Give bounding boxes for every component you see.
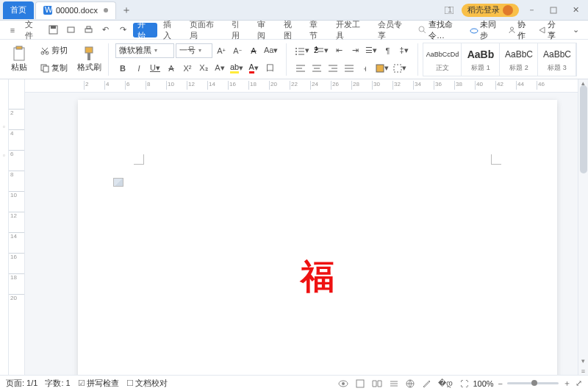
ruler-tick: 46 bbox=[537, 81, 545, 90]
paste-button[interactable]: 粘贴 bbox=[7, 43, 32, 76]
menu-tab-7[interactable]: 开发工具 bbox=[331, 23, 372, 37]
show-marks-button[interactable]: ¶ bbox=[380, 43, 395, 59]
print-icon[interactable] bbox=[80, 23, 96, 37]
shading-button[interactable]: ▾ bbox=[374, 60, 390, 76]
zoom-in-button[interactable]: ＋ bbox=[563, 378, 571, 389]
menu-tab-1[interactable]: 插入 bbox=[159, 23, 184, 37]
document-page[interactable]: 福 bbox=[78, 100, 557, 375]
file-menu[interactable]: 文件 bbox=[22, 23, 44, 37]
bullets-button[interactable]: ▾ bbox=[293, 43, 311, 59]
style-cell-0[interactable]: AaBbCcDd正文 bbox=[423, 43, 462, 76]
align-justify-button[interactable] bbox=[342, 60, 356, 76]
cut-button[interactable]: 剪切 bbox=[39, 43, 69, 59]
borders-button[interactable]: ▾ bbox=[392, 60, 408, 76]
font-name-combo[interactable]: 微软雅黑▾ bbox=[115, 43, 174, 58]
format-painter-button[interactable]: 格式刷 bbox=[76, 43, 101, 76]
view-draft-icon[interactable] bbox=[422, 379, 431, 388]
maximize-button[interactable] bbox=[544, 3, 563, 18]
eye-mode-icon[interactable] bbox=[338, 379, 348, 388]
zoom-knob[interactable] bbox=[531, 380, 537, 386]
login-button[interactable]: 稻壳登录 bbox=[462, 4, 519, 17]
coop-button[interactable]: 协作 bbox=[508, 19, 533, 41]
spellcheck-toggle[interactable]: ☑ 拼写检查 bbox=[78, 378, 119, 389]
text-effects-button[interactable]: A▾ bbox=[212, 60, 227, 76]
margin-mark-icon bbox=[134, 154, 144, 165]
zoom-fit-icon[interactable]: ⛶ bbox=[460, 379, 468, 388]
horizontal-ruler[interactable]: 2468101214161820222426283032343638404244… bbox=[25, 79, 578, 93]
minimize-button[interactable]: － bbox=[522, 3, 541, 18]
zoom-value[interactable]: 100% bbox=[473, 379, 493, 388]
tab-home[interactable]: 首页 bbox=[3, 1, 34, 19]
document-text[interactable]: 福 bbox=[301, 254, 334, 300]
superscript-button[interactable]: X² bbox=[180, 60, 195, 76]
zoom-slider[interactable] bbox=[507, 382, 559, 384]
menu-tab-6[interactable]: 章节 bbox=[305, 23, 330, 37]
focus-mode-icon[interactable]: �დ bbox=[438, 379, 453, 388]
align-left-button[interactable] bbox=[293, 60, 308, 76]
fullscreen-icon[interactable]: ⤢ bbox=[576, 379, 582, 388]
view-outline-icon[interactable] bbox=[390, 379, 398, 388]
view-page-icon[interactable] bbox=[356, 379, 365, 388]
proof-toggle[interactable]: ☐ 文档校对 bbox=[126, 378, 168, 389]
menu-tab-8[interactable]: 会员专享 bbox=[373, 23, 414, 37]
more-menu-icon[interactable]: ⌄ bbox=[567, 23, 584, 37]
highlight-button[interactable]: ab▾ bbox=[229, 60, 245, 76]
increase-indent-button[interactable]: ⇥ bbox=[348, 43, 362, 59]
sync-status[interactable]: 未同步 bbox=[470, 19, 503, 41]
new-tab-button[interactable]: ＋ bbox=[118, 1, 135, 19]
style-cell-3[interactable]: AaBbC标题 3 bbox=[538, 43, 576, 76]
vertical-ruler[interactable]: 2468101214161820 bbox=[9, 79, 25, 375]
shrink-font-button[interactable]: A− bbox=[230, 43, 245, 59]
app-menu-button[interactable]: ≡ bbox=[4, 23, 21, 37]
window-list-icon[interactable]: 1 bbox=[440, 3, 459, 18]
scroll-thumb[interactable] bbox=[580, 85, 587, 173]
italic-button[interactable]: I bbox=[132, 60, 146, 76]
word-count[interactable]: 字数: 1 bbox=[45, 378, 70, 389]
bold-button[interactable]: B bbox=[115, 60, 130, 76]
command-search[interactable]: 查找命令… bbox=[418, 19, 468, 41]
styles-gallery[interactable]: AaBbCcDd正文AaBb标题 1AaBbC标题 2AaBbC标题 3 bbox=[423, 43, 577, 76]
subscript-button[interactable]: X₂ bbox=[196, 60, 211, 76]
align-center-button[interactable] bbox=[309, 60, 324, 76]
style-cell-2[interactable]: AaBbC标题 2 bbox=[500, 43, 538, 76]
view-read-icon[interactable] bbox=[372, 379, 382, 388]
zoom-out-button[interactable]: − bbox=[498, 379, 503, 388]
cloud-icon bbox=[470, 26, 478, 34]
style-cell-1[interactable]: AaBb标题 1 bbox=[462, 43, 500, 76]
document-title: 00000.docx bbox=[56, 6, 98, 15]
line-spacing-button[interactable]: ‡▾ bbox=[396, 43, 411, 59]
strikethrough-button[interactable]: A bbox=[164, 60, 179, 76]
menu-tab-4[interactable]: 审阅 bbox=[253, 23, 278, 37]
change-case-button[interactable]: Aa▾ bbox=[262, 43, 279, 59]
menu-tab-5[interactable]: 视图 bbox=[279, 23, 304, 37]
view-web-icon[interactable] bbox=[406, 379, 415, 388]
font-color-button[interactable]: A▾ bbox=[246, 60, 261, 76]
page-indicator[interactable]: 页面: 1/1 bbox=[6, 378, 37, 389]
char-shading-button[interactable]: 囗 bbox=[262, 60, 277, 76]
menu-tab-0[interactable]: 开始 bbox=[133, 23, 158, 37]
numbering-button[interactable]: 12▾ bbox=[312, 43, 330, 59]
menu-tab-3[interactable]: 引用 bbox=[227, 23, 252, 37]
share-button[interactable]: 分享 bbox=[538, 19, 563, 41]
undo-icon[interactable]: ↶ bbox=[98, 23, 114, 37]
vertical-scrollbar[interactable]: ▴ ▾ ≡ bbox=[578, 79, 588, 375]
distribute-button[interactable]: ⫞ bbox=[358, 60, 373, 76]
decrease-indent-button[interactable]: ⇤ bbox=[331, 43, 346, 59]
scroll-down-icon[interactable]: ▾ bbox=[578, 357, 588, 365]
grow-font-button[interactable]: A+ bbox=[214, 43, 229, 59]
image-placeholder-icon[interactable] bbox=[113, 178, 123, 187]
sort-button[interactable]: ☰▾ bbox=[364, 43, 379, 59]
align-right-button[interactable] bbox=[326, 60, 340, 76]
save-icon[interactable] bbox=[46, 23, 62, 37]
clear-format-button[interactable]: A bbox=[246, 43, 261, 59]
next-page-icon[interactable]: ≡ bbox=[578, 367, 588, 375]
print-preview-icon[interactable] bbox=[62, 23, 79, 37]
close-button[interactable]: ✕ bbox=[566, 3, 585, 18]
copy-button[interactable]: 复制 bbox=[39, 60, 69, 76]
underline-button[interactable]: U▾ bbox=[148, 60, 162, 76]
svg-point-49 bbox=[342, 382, 345, 385]
menu-tab-2[interactable]: 页面布局 bbox=[185, 23, 226, 37]
tab-document[interactable]: W 00000.docx bbox=[35, 1, 116, 19]
redo-icon[interactable]: ↷ bbox=[115, 23, 132, 37]
font-size-combo[interactable]: 一号▾ bbox=[176, 43, 212, 58]
